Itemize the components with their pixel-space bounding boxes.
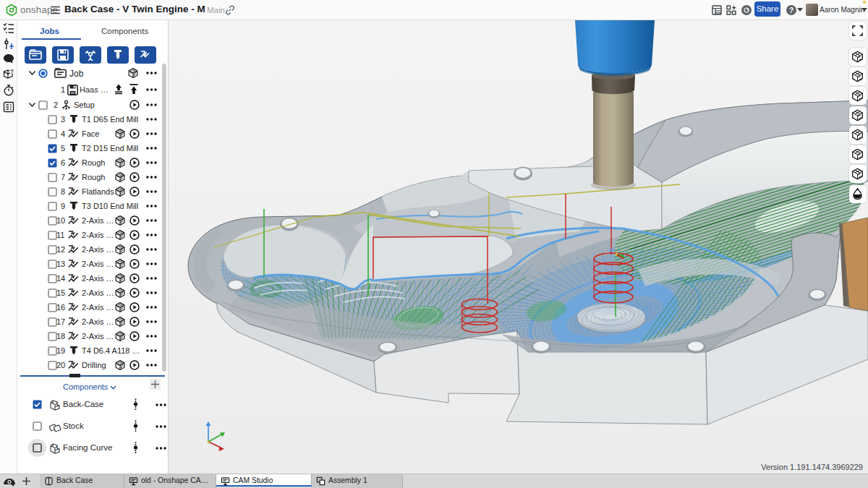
svg-text:?: ? [789,7,793,14]
svg-text:?: ? [10,69,14,74]
